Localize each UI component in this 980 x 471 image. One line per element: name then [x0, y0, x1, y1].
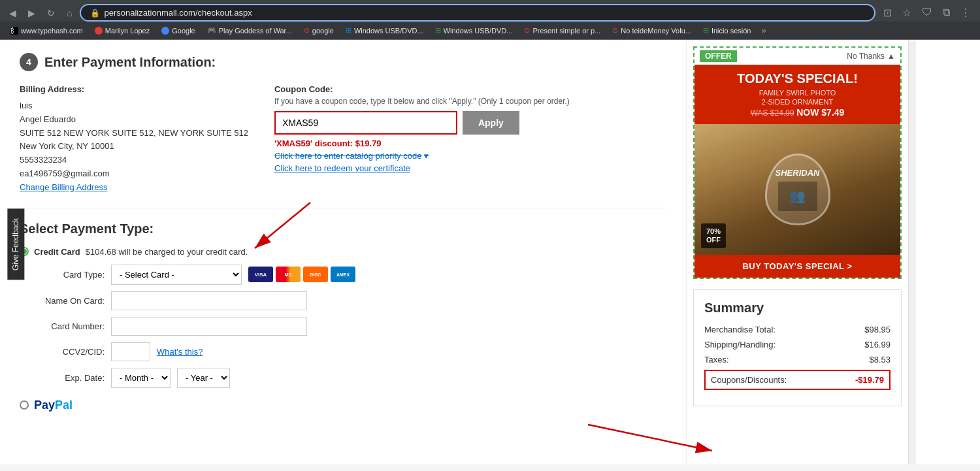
cast-icon[interactable]: ⊡ — [879, 4, 896, 22]
exp-year-select[interactable]: - Year - 2024 2025 2026 2027 2028 2029 2… — [177, 368, 230, 388]
coupon-input[interactable] — [274, 111, 457, 135]
coupon-input-row: Apply — [274, 111, 666, 135]
billing-city: New York City, NY 10001 — [20, 140, 248, 154]
url-text: personalizationmall.com/checkout.aspx — [104, 8, 252, 18]
main-content: 4 Enter Payment Information: Billing Add… — [0, 40, 686, 464]
paypal-blue-text: Pay — [34, 398, 55, 412]
summary-shipping-row: Shipping/Handling: $16.99 — [704, 340, 890, 349]
card-type-label: Card Type: — [33, 270, 105, 280]
bookmark-present[interactable]: ⊙ Present simple or p... — [519, 24, 606, 37]
bookmark-windows1[interactable]: ⊞ Windows USB/DVD... — [340, 24, 429, 37]
bookmark-play[interactable]: 🎮 Play Goddess of War... — [202, 24, 297, 37]
offer-title: TODAY'S SPECIAL! — [701, 71, 894, 86]
shipping-value: $16.99 — [864, 340, 890, 349]
bookmark-windows2[interactable]: ⊞ Windows USB/DVD... — [430, 24, 518, 37]
discount-value: -$19.79 — [855, 375, 884, 385]
extensions-icon[interactable]: ⧉ — [939, 4, 954, 22]
payment-type-title: Select Payment Type: — [20, 221, 666, 236]
catalog-link[interactable]: Click here to enter catalog priority cod… — [274, 151, 666, 161]
summary-discount-row: Coupons/Discounts: -$19.79 — [704, 370, 890, 390]
more-bookmarks[interactable]: » — [757, 24, 770, 37]
photo-placeholder: 👥 — [789, 188, 806, 204]
exp-date-row: Exp. Date: - Month - 01 02 03 04 05 06 0… — [33, 368, 666, 388]
ornament-shape: SHERIDAN 👥 — [765, 154, 830, 225]
credit-card-label: Credit Card — [34, 247, 80, 257]
redeem-link[interactable]: Click here to redeem your certificate — [274, 163, 410, 173]
offer-box: OFFER No Thanks ▲ TODAY'S SPECIAL! FAMIL… — [693, 46, 902, 279]
taxes-label: Taxes: — [704, 355, 729, 365]
lock-icon: 🔒 — [90, 8, 100, 18]
chevron-up-icon: ▲ — [887, 52, 895, 61]
right-sidebar: OFFER No Thanks ▲ TODAY'S SPECIAL! FAMIL… — [686, 40, 908, 464]
offer-product-name: 2-SIDED ORNAMENT — [701, 98, 894, 106]
section-header: 4 Enter Payment Information: — [20, 53, 666, 71]
browser-chrome: ◀ ▶ ↻ ⌂ 🔒 personalizationmall.com/checko… — [0, 0, 980, 22]
whats-this-link[interactable]: What's this? — [157, 347, 203, 357]
buy-today-button[interactable]: BUY TODAY'S SPECIAL > — [694, 255, 900, 278]
billing-phone: 5553323234 — [20, 154, 248, 167]
billing-address: SUITE 512 NEW YORK SUITE 512, NEW YORK S… — [20, 127, 248, 140]
forward-button[interactable]: ▶ — [24, 5, 39, 21]
card-icons: VISA MC DISC AMEX — [248, 267, 355, 282]
paypal-light-text: Pal — [55, 398, 73, 412]
bookmark-typehash[interactable]: ₿ www.typehash.com — [5, 25, 88, 37]
card-type-select[interactable]: - Select Card - Visa MasterCard Discover… — [111, 265, 242, 285]
summary-box: Summary Merchandise Total: $98.95 Shippi… — [693, 289, 902, 406]
offer-header: OFFER No Thanks ▲ — [694, 48, 900, 65]
merchandise-label: Merchandise Total: — [704, 325, 776, 334]
paypal-logo: PayPal — [34, 398, 73, 412]
section-title: Enter Payment Information: — [44, 55, 216, 70]
billing-label: Billing Address: — [20, 84, 248, 94]
mastercard-icon: MC — [276, 267, 301, 282]
no-thanks-link[interactable]: No Thanks ▲ — [847, 52, 895, 61]
apply-button[interactable]: Apply — [463, 111, 519, 135]
dropdown-icon: ▾ — [424, 151, 429, 161]
billing-name: luis — [20, 99, 248, 113]
payment-type-section: Select Payment Type: Credit Card $104.68… — [20, 221, 666, 412]
credit-card-amount: $104.68 will be charged to your credit c… — [86, 247, 248, 257]
scrollbar[interactable] — [908, 40, 916, 464]
card-number-row: Card Number: — [33, 317, 666, 336]
billing-fullname: Angel Eduardo — [20, 113, 248, 127]
offer-was-price: WAS $24.99 — [751, 108, 794, 118]
exp-date-label: Exp. Date: — [33, 373, 105, 383]
billing-email: ea1496759@gmail.com — [20, 167, 248, 181]
coupon-label: Coupon Code: — [274, 84, 666, 94]
address-bar[interactable]: 🔒 personalizationmall.com/checkout.aspx — [80, 4, 875, 22]
bookmark-inicio[interactable]: ⊞ Inicio sesión — [698, 24, 757, 37]
offer-card: TODAY'S SPECIAL! FAMILY SWIRL PHOTO 2-SI… — [694, 65, 900, 124]
paypal-radio[interactable] — [20, 400, 29, 410]
offer-badge: OFFER — [700, 50, 737, 62]
browser-actions: ⊡ ☆ 🛡 ⧉ ⋮ — [879, 4, 975, 22]
bookmark-google2[interactable]: ⊙ google — [299, 24, 339, 37]
summary-title: Summary — [704, 300, 890, 316]
bookmark-favicon — [161, 27, 169, 35]
credit-card-header: Credit Card $104.68 will be charged to y… — [20, 247, 666, 257]
ccv-row: CCV2/CID: What's this? — [33, 342, 666, 361]
feedback-tab[interactable]: Give Feedback — [7, 209, 24, 280]
change-billing-link[interactable]: Change Billing Address — [20, 182, 107, 192]
taxes-value: $8.53 — [869, 355, 890, 365]
bookmark-google[interactable]: Google — [156, 25, 200, 37]
card-number-label: Card Number: — [33, 321, 105, 331]
name-on-card-row: Name On Card: — [33, 291, 666, 310]
shield-icon[interactable]: 🛡 — [918, 4, 936, 22]
exp-month-select[interactable]: - Month - 01 02 03 04 05 06 07 08 09 10 … — [111, 368, 171, 388]
ccv-input-area: What's this? — [111, 342, 203, 361]
reload-button[interactable]: ↻ — [43, 5, 59, 21]
menu-icon[interactable]: ⋮ — [956, 4, 975, 22]
name-on-card-label: Name On Card: — [33, 296, 105, 306]
bookmark-marilyn[interactable]: Marilyn Lopez — [90, 25, 155, 37]
ccv-input[interactable] — [111, 342, 150, 361]
ccv-label: CCV2/CID: — [33, 347, 105, 357]
card-number-input[interactable] — [111, 317, 307, 336]
back-button[interactable]: ◀ — [5, 5, 20, 21]
section-number: 4 — [20, 53, 38, 71]
bookmark-noteide[interactable]: ⊙ No teideMoney Volu... — [607, 24, 696, 37]
bookmark-icon[interactable]: ☆ — [898, 4, 915, 22]
coupon-section: Coupon Code: If you have a coupon code, … — [274, 84, 666, 195]
home-button[interactable]: ⌂ — [63, 5, 76, 21]
bookmark-favicon — [95, 27, 103, 35]
name-on-card-input[interactable] — [111, 291, 307, 310]
credit-card-option: Credit Card $104.68 will be charged to y… — [20, 247, 666, 388]
